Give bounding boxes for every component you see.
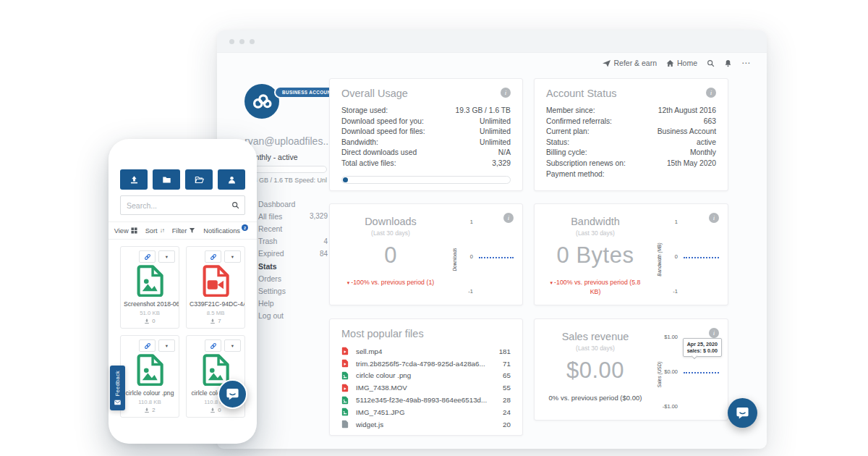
search-input[interactable]	[121, 201, 226, 210]
file-name: sell.mp4	[356, 347, 499, 355]
row-value: 663	[704, 117, 716, 127]
window-control-minimize[interactable]	[239, 39, 244, 44]
usage-row: Storage used:19.3 GB / 1.6 TB	[341, 106, 511, 117]
delta-text: -100% vs. previous period (5.8 KB)	[554, 279, 640, 295]
download-count: 7	[187, 318, 244, 324]
row-label: Subscription renews on:	[546, 159, 626, 169]
chat-widget-button[interactable]	[728, 398, 757, 428]
copy-link-button[interactable]	[205, 339, 221, 352]
view-toggle[interactable]: View	[114, 227, 137, 235]
card-menu-button[interactable]: ▾	[224, 339, 241, 352]
sidebar-item-help[interactable]: Help	[258, 297, 328, 310]
chat-widget-button[interactable]	[218, 379, 247, 409]
copy-link-button[interactable]	[139, 250, 156, 263]
download-count: 0	[121, 318, 179, 324]
sort-label: Sort	[145, 227, 158, 235]
storage-usage-line: 19.3 GB / 1.6 TB Speed: Unlimit...	[244, 177, 327, 184]
sidebar-item-log-out[interactable]: Log out	[258, 310, 328, 322]
copy-link-button[interactable]	[139, 339, 156, 352]
page: Refer & earn Home ⋯ BUSINESS ACCOUNT rya…	[0, 0, 868, 456]
refer-earn-link[interactable]: Refer & earn	[603, 59, 657, 67]
sidebar-item-settings[interactable]: Settings	[258, 284, 328, 297]
account-status-panel: Account Status i Member since:12th Augus…	[534, 78, 728, 191]
storage-used-fill	[343, 177, 348, 182]
download-number: 0	[152, 318, 155, 324]
card-menu-button[interactable]: ▾	[158, 250, 175, 263]
filter-control[interactable]: Filter	[172, 227, 196, 235]
file-count: 20	[503, 421, 511, 428]
panel-subtitle: (Last 30 days)	[540, 229, 650, 237]
more-menu-button[interactable]: ⋯	[741, 58, 751, 68]
y-tick: -1	[665, 288, 678, 295]
feedback-tab[interactable]: Feedback	[110, 366, 125, 410]
user-icon	[227, 175, 237, 185]
sidebar-item-orders[interactable]: Orders	[258, 272, 328, 284]
row-value: 12th August 2016	[658, 106, 716, 117]
sidebar-item-stats[interactable]: Stats	[258, 260, 328, 272]
sales-total: $0.00	[540, 358, 650, 384]
file-row[interactable]: widget.js20	[341, 418, 511, 431]
info-icon[interactable]: i	[706, 88, 716, 98]
account-button[interactable]	[218, 169, 245, 190]
home-link[interactable]: Home	[666, 59, 697, 67]
menu-label: Stats	[258, 262, 277, 271]
sidebar-item-recent[interactable]: Recent	[258, 222, 328, 235]
info-icon[interactable]: i	[501, 88, 511, 98]
sidebar-item-expired[interactable]: Expired84	[258, 248, 328, 260]
notifications-label: Notifications	[203, 227, 240, 235]
bell-icon[interactable]	[724, 59, 732, 67]
sort-control[interactable]: Sort↓↑	[145, 227, 164, 235]
upload-button[interactable]	[120, 169, 148, 190]
search-submit-button[interactable]	[226, 196, 244, 214]
menu-label: Help	[258, 299, 274, 308]
notifications-control[interactable]: Notifications2	[203, 227, 248, 235]
link-icon	[210, 342, 217, 350]
downloads-delta: ▾-100% vs. previous period (1)	[336, 278, 446, 287]
chat-bubble-icon	[226, 387, 239, 401]
row-label: Direct downloads used	[341, 148, 417, 159]
panel-title: Account Status	[546, 88, 617, 99]
flat-line-series	[684, 372, 719, 373]
folder-icon	[162, 175, 171, 185]
menu-label: Orders	[258, 274, 281, 283]
panel-subtitle: (Last 30 days)	[540, 345, 650, 352]
bandwidth-total: 0 Bytes	[540, 242, 650, 269]
row-label: Billing cycle:	[546, 148, 587, 159]
file-name: trim.2b8256f5-7cda-4798-925d-a428a6...	[356, 360, 503, 368]
search-icon[interactable]	[707, 59, 715, 67]
sales-revenue-panel: i Sales revenue (Last 30 days) $0.00 0% …	[534, 318, 728, 421]
file-size: 51.0 KB	[121, 310, 179, 316]
file-row[interactable]: 5112e345-f23e-49ab-8993-864ee6513d...28	[341, 394, 511, 406]
window-control-close[interactable]	[229, 39, 234, 44]
sidebar-item-dashboard[interactable]: Dashboard	[258, 198, 328, 210]
file-row[interactable]: IMG_7438.MOV55	[341, 381, 511, 394]
file-row[interactable]: sell.mp4181	[341, 345, 511, 358]
file-row[interactable]: IMG_7451.JPG24	[341, 406, 511, 418]
panel-title: Bandwidth	[540, 216, 650, 227]
sidebar-item-trash[interactable]: Trash4	[258, 235, 328, 248]
bandwidth-panel: i Bandwidth (Last 30 days) 0 Bytes ▾-100…	[534, 203, 728, 305]
download-icon	[210, 318, 216, 324]
folder-button[interactable]	[153, 169, 180, 190]
file-name: widget.js	[356, 421, 503, 428]
delta-text: -100% vs. previous period (1)	[351, 279, 434, 286]
file-row[interactable]: cirlcle colour .png65	[341, 370, 511, 382]
copy-link-button[interactable]	[205, 250, 221, 263]
sidebar-item-all-files[interactable]: All files3,329	[258, 210, 328, 222]
sort-arrows-icon: ↓↑	[160, 227, 164, 234]
card-menu-button[interactable]: ▾	[224, 250, 241, 263]
card-menu-button[interactable]: ▾	[158, 339, 175, 352]
file-card[interactable]: ▾ Screenshot 2018-06-... 51.0 KB 0	[120, 246, 179, 329]
y-axis-label: Bandwidth (MB)	[657, 237, 662, 281]
feedback-label: Feedback	[114, 371, 121, 396]
window-control-zoom[interactable]	[250, 39, 255, 44]
row-label: Confirmed referrals:	[546, 117, 612, 127]
file-card[interactable]: ▾ cirlcle colour .png 110.8 KB 2	[120, 335, 179, 418]
file-row[interactable]: trim.2b8256f5-7cda-4798-925d-a428a6...71	[341, 358, 511, 370]
file-card[interactable]: ▾ C339F21C-94DC-4A... 8.5 MB 7	[186, 246, 245, 329]
sales-chart: Sales (USD) $1.00 $0.00 -$1.00 Apr 25, 2…	[656, 332, 722, 411]
folder-open-button[interactable]	[185, 169, 213, 190]
y-tick: -$1.00	[659, 403, 678, 410]
usage-row: Download speed for you:Unlimited	[341, 117, 511, 127]
folder-open-icon	[195, 175, 204, 185]
